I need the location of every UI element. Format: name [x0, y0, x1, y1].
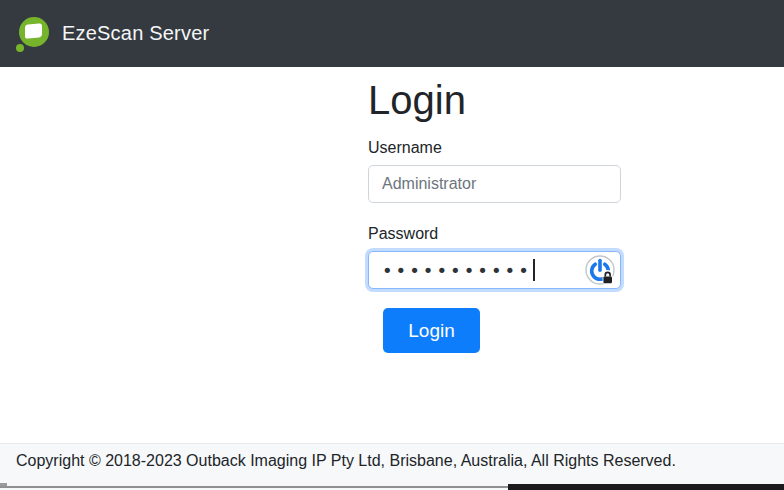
login-form: Login Username Password ••••••••••• Logi…: [368, 67, 621, 353]
page-footer: Copyright © 2018-2023 Outback Imaging IP…: [0, 443, 784, 490]
window-bottom-edge: [0, 486, 508, 488]
brand[interactable]: EzeScan Server: [16, 15, 209, 53]
password-input[interactable]: •••••••••••: [368, 251, 621, 289]
password-label: Password: [368, 225, 621, 243]
page-title: Login: [368, 76, 621, 124]
login-page: Login Username Password ••••••••••• Logi…: [0, 67, 784, 443]
copyright-text: Copyright © 2018-2023 Outback Imaging IP…: [16, 452, 676, 470]
app-title: EzeScan Server: [62, 22, 209, 45]
password-masked-value: •••••••••••: [382, 260, 532, 280]
background-window-edge: [508, 484, 784, 490]
app-header: EzeScan Server: [0, 0, 784, 67]
ezescan-logo-icon: [16, 15, 54, 53]
username-input[interactable]: [368, 165, 621, 203]
password-manager-lock-icon[interactable]: [585, 255, 615, 285]
login-button[interactable]: Login: [383, 308, 480, 353]
text-caret: [533, 259, 535, 281]
username-label: Username: [368, 139, 621, 157]
